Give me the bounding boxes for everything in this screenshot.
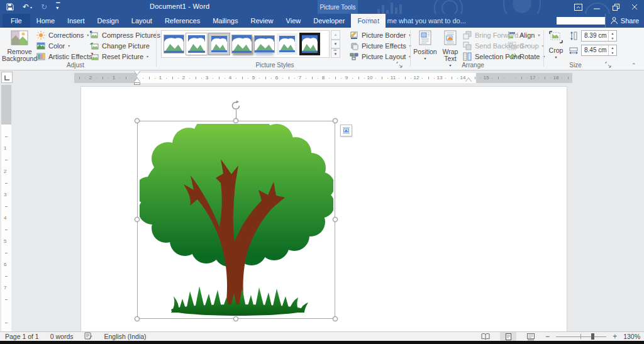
picture-layout-button[interactable]: Picture Layout▾ [350, 51, 411, 62]
rotate-handle[interactable] [230, 100, 242, 111]
layout-options-button[interactable] [340, 125, 352, 136]
tab-home[interactable]: Home [30, 14, 61, 28]
picture-style-soft-edge[interactable] [277, 33, 297, 55]
read-mode-button[interactable] [477, 332, 494, 341]
customize-quick-access-icon[interactable]: ▔▾ [56, 4, 60, 9]
compress-pictures-button[interactable]: Compress Pictures [90, 30, 160, 40]
gallery-scroll-down-button[interactable]: ▼ [331, 40, 340, 49]
group-button[interactable]: Group▾ [508, 40, 544, 51]
width-increase-button[interactable]: ▲ [609, 45, 616, 50]
shape-height-row: ▲▼ [569, 30, 617, 41]
rotate-button[interactable]: Rotate▾ [508, 51, 545, 62]
minimize-button[interactable] [587, 0, 606, 14]
tell-me-box[interactable]: Tell me what you want to do... [365, 14, 466, 28]
color-button[interactable]: Color▾ [36, 40, 70, 51]
account-box[interactable] [557, 17, 605, 25]
tab-layout[interactable]: Layout [125, 14, 158, 28]
zoom-in-button[interactable]: + [613, 332, 617, 341]
title-bar: ↶▾ ↻ ▔▾ Document1 - Word Picture Tools [0, 0, 644, 14]
print-layout-button[interactable] [500, 332, 516, 341]
tab-stop-selector[interactable] [1, 72, 13, 83]
picture-styles-dialog-launcher-icon[interactable] [396, 62, 404, 69]
ruler-tick [498, 77, 499, 79]
resize-handle-bottom-left[interactable] [135, 316, 140, 321]
picture-style-metal-frame[interactable] [209, 33, 230, 55]
shape-width-input[interactable] [582, 45, 608, 55]
close-button[interactable] [625, 0, 644, 14]
picture-style-black-frame[interactable] [299, 33, 320, 55]
resize-handle-bottom-center[interactable] [233, 316, 238, 321]
remove-background-button[interactable]: Remove Background [4, 29, 35, 62]
tab-design[interactable]: Design [91, 14, 125, 28]
tab-view[interactable]: View [280, 14, 308, 28]
ruler-number: 1 [113, 75, 115, 80]
tab-references[interactable]: References [158, 14, 206, 28]
shape-height-input[interactable] [582, 31, 608, 41]
ruler-number: 1 [4, 145, 6, 151]
picture-style-simple-frame[interactable] [164, 35, 184, 53]
ruler-tick [492, 78, 492, 79]
wrap-text-icon [443, 30, 458, 47]
vertical-ruler[interactable]: 1234567 [1, 85, 11, 331]
size-dialog-launcher-icon[interactable] [605, 62, 613, 69]
tab-developer[interactable]: Developer [307, 14, 351, 28]
zoom-out-button[interactable]: − [545, 332, 550, 341]
zoom-level[interactable]: 130% [623, 333, 640, 340]
ruler-tick [225, 78, 225, 79]
collapse-ribbon-icon[interactable]: ⌃ [631, 62, 636, 69]
tab-file[interactable]: File [3, 14, 30, 28]
corrections-icon [36, 31, 46, 40]
corrections-button[interactable]: Corrections▾ [36, 30, 89, 40]
picture-style-drop-shadow[interactable] [231, 35, 252, 53]
picture-style-reflection[interactable] [254, 35, 275, 53]
size-group-label: Size [553, 62, 597, 69]
right-indent-marker[interactable] [465, 78, 472, 82]
page-indicator[interactable]: Page 1 of 1 [5, 333, 39, 340]
share-button[interactable]: Share [605, 14, 644, 28]
restore-button[interactable] [606, 0, 625, 14]
ruler-tick [294, 78, 295, 79]
height-decrease-button[interactable]: ▼ [609, 36, 616, 41]
ruler-tick [335, 77, 336, 79]
style-thumbnail-image [232, 35, 252, 53]
tab-review[interactable]: Review [245, 14, 280, 28]
tab-insert[interactable]: Insert [61, 14, 91, 28]
align-button[interactable]: Align▾ [508, 30, 540, 40]
gallery-more-button[interactable]: ▔▼ [331, 48, 340, 58]
ruler-tick [149, 77, 150, 79]
change-picture-button[interactable]: Change Picture [90, 40, 150, 51]
word-count[interactable]: 0 words [50, 333, 74, 340]
resize-handle-middle-right[interactable] [333, 217, 338, 222]
web-layout-button[interactable] [523, 332, 539, 341]
resize-handle-top-right[interactable] [333, 118, 338, 123]
ruler-number: 3 [4, 192, 6, 197]
ribbon-display-options-button[interactable] [569, 0, 587, 14]
resize-handle-bottom-right[interactable] [333, 316, 338, 321]
zoom-slider-thumb[interactable] [591, 333, 594, 340]
position-button[interactable]: Position ▾ [413, 29, 437, 62]
picture-effects-button[interactable]: Picture Effects▾ [350, 40, 411, 51]
undo-button[interactable]: ↶▾ [23, 3, 32, 11]
language-status[interactable]: English (India) [104, 333, 146, 340]
artistic-effects-button[interactable]: Artistic Effects▾ [36, 51, 97, 62]
ruler-tick [155, 78, 155, 79]
resize-handle-middle-left[interactable] [135, 217, 140, 222]
proofing-status-icon[interactable] [84, 332, 92, 341]
hanging-indent-marker[interactable] [134, 78, 140, 82]
gallery-scroll-up-button[interactable]: ▲ [331, 30, 340, 40]
first-line-indent-marker[interactable] [134, 70, 140, 75]
picture-border-button[interactable]: Picture Border▾ [350, 30, 411, 40]
ruler-tick [538, 78, 539, 79]
resize-handle-top-center[interactable] [233, 118, 238, 123]
picture-style-simple-white-frame[interactable] [186, 33, 207, 55]
redo-button[interactable]: ↻ [41, 3, 47, 11]
zoom-slider[interactable] [556, 332, 606, 341]
height-increase-button[interactable]: ▲ [609, 31, 616, 36]
width-decrease-button[interactable]: ▼ [609, 50, 616, 55]
save-icon[interactable] [6, 3, 14, 11]
crop-button[interactable]: Crop ▾ [546, 29, 566, 61]
tab-mailings[interactable]: Mailings [206, 14, 244, 28]
horizontal-ruler[interactable]: 211234567891011121314151718 [74, 73, 572, 83]
reset-picture-button[interactable]: Reset Picture▾ [90, 51, 148, 62]
resize-handle-top-left[interactable] [135, 118, 140, 123]
